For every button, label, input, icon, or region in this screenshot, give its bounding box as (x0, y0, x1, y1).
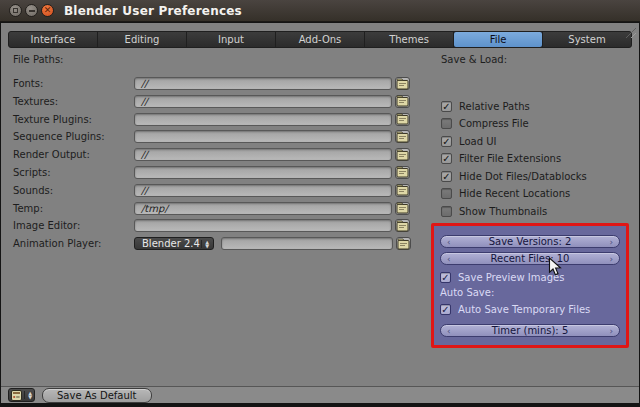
field-label: Image Editor: (13, 220, 134, 231)
timer-mins-slider[interactable]: ‹ Timer (mins): 5 › (440, 324, 620, 337)
file-path-row: Textures:// (13, 95, 413, 108)
decrement-arrow-icon[interactable]: ‹ (447, 325, 451, 337)
minimize-icon (29, 10, 35, 12)
folder-icon (397, 238, 410, 250)
folder-icon (396, 95, 409, 107)
dropdown-value: Blender 2.4 (142, 238, 200, 249)
field-label: Temp: (13, 203, 134, 214)
file-path-row: Temp:/tmp/ (13, 202, 413, 215)
user-preferences-editor-icon (11, 390, 22, 401)
path-input[interactable]: // (134, 148, 392, 161)
chevron-up-down-icon: ▲▼ (201, 240, 209, 248)
tab-strip: InterfaceEditingInputAdd-OnsThemesFileSy… (8, 31, 632, 48)
tab-system[interactable]: System (543, 32, 631, 47)
increment-arrow-icon[interactable]: › (609, 253, 613, 265)
close-icon: ✕ (44, 6, 52, 15)
recent-files-slider[interactable]: ‹ Recent Files: 10 › (440, 252, 620, 265)
save-load-checkboxes: Relative PathsCompress FileLoad UIFilter… (441, 100, 587, 223)
auto-save-temporary-files-checkbox[interactable] (440, 304, 451, 315)
folder-browse-button[interactable] (395, 166, 410, 179)
checkbox-row: Save Preview Images (440, 271, 620, 283)
checkbox-label: Relative Paths (459, 101, 530, 112)
file-path-row: Image Editor: (13, 219, 413, 232)
file-paths-section-label: File Paths: (13, 54, 63, 65)
file-path-rows: Fonts://Textures://Texture Plugins:Seque… (13, 77, 413, 237)
tab-file[interactable]: File (454, 32, 542, 47)
minimize-button[interactable] (25, 4, 38, 17)
folder-browse-button[interactable] (395, 202, 410, 215)
editor-type-selector[interactable]: ▲▼ (8, 388, 35, 402)
tab-add-ons[interactable]: Add-Ons (276, 32, 364, 47)
folder-icon (396, 149, 409, 161)
compress-file-checkbox[interactable] (441, 118, 452, 129)
field-label: Render Output: (13, 149, 134, 160)
load-ui-checkbox[interactable] (441, 136, 452, 147)
hide-dot-files-datablocks-checkbox[interactable] (441, 171, 452, 182)
path-input[interactable] (134, 219, 392, 232)
hide-recent-locations-checkbox[interactable] (441, 188, 452, 199)
increment-arrow-icon[interactable]: › (609, 325, 613, 337)
field-label: Fonts: (13, 78, 134, 89)
folder-browse-button[interactable] (395, 184, 410, 197)
preferences-content: InterfaceEditingInputAdd-OnsThemesFileSy… (1, 23, 639, 403)
folder-icon (396, 113, 409, 125)
checkbox-row: Compress File (441, 118, 587, 130)
path-input[interactable]: // (134, 184, 392, 197)
chevron-up-down-icon: ▲▼ (24, 391, 32, 399)
path-input[interactable]: /tmp/ (134, 202, 392, 215)
folder-icon (396, 78, 409, 90)
path-input[interactable] (134, 113, 392, 126)
save-as-default-button[interactable]: Save As Default (42, 388, 152, 403)
window-title: Blender User Preferences (64, 4, 242, 18)
folder-icon (396, 220, 409, 232)
folder-icon (396, 202, 409, 214)
decrement-arrow-icon[interactable]: ‹ (447, 236, 451, 248)
folder-browse-button[interactable] (395, 95, 410, 108)
save-preview-images-checkbox[interactable] (440, 272, 451, 283)
checkbox-row: Auto Save Temporary Files (440, 303, 620, 315)
path-input[interactable]: // (134, 77, 392, 90)
checkbox-label: Auto Save Temporary Files (458, 304, 590, 315)
decrement-arrow-icon[interactable]: ‹ (447, 253, 451, 265)
folder-browse-button[interactable] (395, 113, 410, 126)
checkbox-row: Load UI (441, 135, 587, 147)
field-label: Sounds: (13, 185, 134, 196)
folder-browse-button[interactable] (395, 77, 410, 90)
folder-browse-button[interactable] (396, 237, 411, 250)
tab-editing[interactable]: Editing (98, 32, 186, 47)
save-versions-slider[interactable]: ‹ Save Versions: 2 › (440, 235, 620, 248)
path-input[interactable] (134, 166, 392, 179)
relative-paths-checkbox[interactable] (441, 101, 452, 112)
filter-file-extensions-checkbox[interactable] (441, 153, 452, 164)
show-thumbnails-checkbox[interactable] (441, 206, 452, 217)
checkbox-label: Hide Dot Files/Datablocks (459, 171, 587, 182)
window-controls: ✕ (9, 4, 54, 17)
corner-grip-icon[interactable] (623, 25, 637, 39)
path-input[interactable] (134, 130, 392, 143)
tab-input[interactable]: Input (187, 32, 275, 47)
field-label: Animation Player: (13, 238, 134, 249)
close-button[interactable]: ✕ (41, 4, 54, 17)
auto-save-label: Auto Save: (440, 288, 620, 298)
footer-bar: ▲▼ Save As Default (1, 386, 639, 403)
field-label: Textures: (13, 96, 134, 107)
mouse-cursor (548, 257, 562, 277)
blender-preferences-window: ✕ Blender User Preferences InterfaceEdit… (0, 0, 640, 407)
folder-icon (396, 166, 409, 178)
checkbox-label: Show Thumbnails (459, 206, 547, 217)
folder-browse-button[interactable] (395, 219, 410, 232)
checkbox-row: Hide Dot Files/Datablocks (441, 170, 587, 182)
tab-themes[interactable]: Themes (365, 32, 453, 47)
folder-browse-button[interactable] (395, 148, 410, 161)
autosave-settings-panel: ‹ Save Versions: 2 › ‹ Recent Files: 10 … (431, 223, 629, 348)
animation-player-path-input[interactable] (221, 237, 393, 250)
path-input[interactable]: // (134, 95, 392, 108)
animation-player-dropdown[interactable]: Blender 2.4 ▲▼ (134, 237, 214, 250)
tab-interface[interactable]: Interface (9, 32, 97, 47)
field-label: Scripts: (13, 167, 134, 178)
increment-arrow-icon[interactable]: › (609, 236, 613, 248)
titlebar: ✕ Blender User Preferences (0, 0, 640, 22)
folder-icon (396, 184, 409, 196)
folder-browse-button[interactable] (395, 130, 410, 143)
maximize-button[interactable] (9, 4, 22, 17)
